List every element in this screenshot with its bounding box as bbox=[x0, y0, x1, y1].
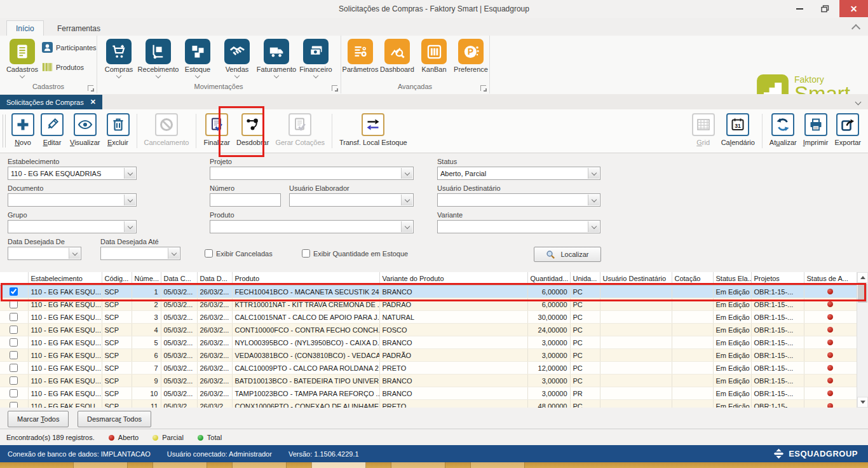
column-header-projetos[interactable]: Projetos bbox=[751, 272, 804, 286]
column-header-data-criacao[interactable]: Data C... bbox=[161, 272, 197, 286]
localizar-button[interactable]: Localizar bbox=[534, 247, 601, 262]
table-row[interactable]: 110 - EG FAK ESQU... SCP 3 05/03/2... 26… bbox=[0, 311, 857, 324]
imprimir-button[interactable]: Imprimir bbox=[803, 113, 829, 148]
projeto-label: Projeto bbox=[210, 158, 232, 165]
gerar-cotacoes-button[interactable]: Gerar Cotações bbox=[275, 113, 325, 146]
minimize-button[interactable] bbox=[788, 0, 811, 17]
novo-button[interactable]: Novo bbox=[11, 113, 34, 146]
row-checkbox[interactable] bbox=[10, 389, 18, 397]
column-header-quantidade[interactable]: Quantidad... bbox=[527, 272, 570, 286]
column-header-unidade[interactable]: Unida... bbox=[570, 272, 600, 286]
variante-combo[interactable] bbox=[437, 220, 600, 233]
ribbon-button-compras[interactable]: Compras bbox=[99, 37, 139, 78]
row-checkbox[interactable] bbox=[10, 338, 18, 347]
cancelamento-button[interactable]: Cancelamento bbox=[144, 113, 189, 146]
column-header-cotacao[interactable]: Cotação bbox=[672, 272, 713, 286]
tab-ferramentas[interactable]: Ferramentas bbox=[48, 21, 109, 36]
cell-unidade: PC bbox=[570, 336, 600, 349]
documento-combo[interactable] bbox=[8, 193, 137, 207]
table-row[interactable]: 110 - EG FAK ESQU... SCP 7 05/03/2... 26… bbox=[0, 362, 857, 375]
close-tab-icon[interactable]: ✕ bbox=[90, 98, 96, 106]
data-desejada-ate-combo[interactable] bbox=[100, 247, 180, 260]
ribbon-button-preference[interactable]: P Preference bbox=[452, 37, 489, 73]
tab-list-dropdown-icon[interactable] bbox=[855, 99, 862, 106]
exibir-quantidade-estoque-checkbox[interactable]: Exibir Quantidade em Estoque bbox=[302, 249, 408, 258]
column-header-estabelecimento[interactable]: Estabelecimento bbox=[28, 272, 102, 286]
document-tab-solicitacoes[interactable]: Solicitações de Compras ✕ bbox=[0, 95, 102, 109]
row-checkbox[interactable] bbox=[10, 287, 18, 296]
ribbon-button-faturamento[interactable]: Faturamento bbox=[257, 37, 296, 78]
transf-local-estoque-button[interactable]: Transf. Local Estoque bbox=[339, 113, 407, 146]
dialog-launcher-icon[interactable] bbox=[332, 85, 337, 91]
table-row[interactable]: 110 - EG FAK ESQU... SCP 1 05/03/2... 26… bbox=[0, 286, 857, 298]
ribbon-button-cadastros[interactable]: Cadastros bbox=[4, 37, 41, 78]
grupo-combo[interactable] bbox=[8, 220, 137, 233]
column-header-codigo[interactable]: Códig... bbox=[102, 272, 132, 286]
calendario-button[interactable]: 31 Calendário bbox=[721, 113, 755, 148]
finalizar-button[interactable]: Finalizar bbox=[203, 113, 230, 146]
table-row[interactable]: 110 - EG FAK ESQU... SCP 5 05/03/2... 26… bbox=[0, 336, 857, 349]
table-row[interactable]: 110 - EG FAK ESQU... SCP 10 05/03/2... 2… bbox=[0, 387, 857, 400]
table-row[interactable]: 110 - EG FAK ESQU... SCP 4 05/03/2... 26… bbox=[0, 324, 857, 336]
cell-unidade: PR bbox=[570, 387, 600, 400]
ribbon-button-financeiro[interactable]: Financeiro bbox=[296, 37, 336, 78]
collapse-ribbon-icon[interactable] bbox=[851, 24, 860, 33]
table-row[interactable]: 110 - EG FAK ESQU... SCP 2 05/03/2... 26… bbox=[0, 298, 857, 311]
produto-combo[interactable] bbox=[210, 220, 414, 233]
column-header-status-elaboracao[interactable]: Status Ela... bbox=[713, 272, 751, 286]
tab-inicio[interactable]: Início bbox=[6, 20, 44, 36]
dialog-launcher-icon[interactable] bbox=[88, 85, 93, 91]
row-checkbox[interactable] bbox=[10, 376, 18, 385]
dialog-launcher-icon[interactable] bbox=[480, 85, 486, 91]
row-checkbox[interactable] bbox=[10, 364, 18, 372]
column-header-data-desejada[interactable]: Data D... bbox=[197, 272, 232, 286]
ribbon-button-participantes[interactable]: Participantes bbox=[42, 42, 97, 53]
usuario-destinatario-combo[interactable] bbox=[437, 193, 600, 207]
cell-codigo: SCP bbox=[102, 286, 132, 298]
estabelecimento-combo[interactable]: 110 - EG FAK ESQUADRIAS bbox=[8, 167, 137, 180]
table-row[interactable]: 110 - EG FAK ESQU... SCP 6 05/03/2... 26… bbox=[0, 349, 857, 362]
row-checkbox[interactable] bbox=[10, 300, 18, 308]
ribbon-button-produtos[interactable]: Produtos bbox=[42, 62, 97, 72]
usuario-elaborador-combo[interactable] bbox=[289, 193, 414, 207]
cell-data-criacao: 05/03/2... bbox=[161, 286, 197, 298]
status-label: Status bbox=[437, 158, 457, 165]
ribbon-button-dashboard[interactable]: Dashboard bbox=[379, 37, 416, 73]
ribbon-button-kanban[interactable]: KanBan bbox=[416, 37, 452, 73]
scroll-down-button[interactable] bbox=[857, 397, 868, 408]
data-desejada-de-combo[interactable] bbox=[8, 247, 81, 260]
ribbon-button-parametros[interactable]: Parâmetros bbox=[342, 37, 379, 73]
ribbon-button-recebimento[interactable]: Recebimento bbox=[139, 37, 178, 78]
projeto-combo[interactable] bbox=[210, 167, 414, 180]
ribbon-button-estoque[interactable]: Estoque bbox=[178, 37, 217, 78]
numero-input[interactable] bbox=[210, 193, 281, 207]
desdobrar-button[interactable]: Desdobrar bbox=[236, 113, 269, 146]
row-checkbox[interactable] bbox=[10, 326, 18, 334]
exportar-button[interactable]: Exportar bbox=[834, 113, 861, 148]
column-header-numero[interactable]: Núme... bbox=[132, 272, 161, 286]
scroll-up-button[interactable] bbox=[857, 272, 868, 283]
row-select-cell bbox=[0, 349, 28, 362]
close-button[interactable]: ✕ bbox=[839, 0, 868, 17]
grid-button[interactable]: Grid bbox=[692, 113, 715, 148]
table-row[interactable]: 110 - EG FAK ESQU... SCP 9 05/03/2... 26… bbox=[0, 375, 857, 387]
desmarcar-todos-button[interactable]: Desmarcar Todos bbox=[78, 411, 151, 427]
status-combo[interactable]: Aberto, Parcial bbox=[437, 167, 600, 180]
visualizar-button[interactable]: Visualizar bbox=[70, 113, 100, 146]
column-header-variante[interactable]: Variante do Produto bbox=[379, 272, 527, 286]
column-header-produto[interactable]: Produto bbox=[232, 272, 379, 286]
row-checkbox[interactable] bbox=[10, 351, 18, 359]
column-header-select[interactable] bbox=[0, 272, 28, 286]
restore-button[interactable] bbox=[813, 0, 836, 17]
row-checkbox[interactable] bbox=[10, 313, 18, 321]
marcar-todos-button[interactable]: Marcar Todos bbox=[8, 411, 69, 427]
ribbon-button-vendas[interactable]: Vendas bbox=[217, 37, 257, 78]
atualizar-button[interactable]: Atualizar bbox=[770, 113, 797, 148]
scrollbar-thumb[interactable] bbox=[858, 284, 867, 303]
exibir-canceladas-checkbox[interactable]: Exibir Canceladas bbox=[205, 249, 273, 258]
vertical-scrollbar[interactable] bbox=[857, 272, 868, 408]
excluir-button[interactable]: Excluir bbox=[107, 113, 130, 146]
column-header-usuario-destinatario[interactable]: Usuário Destinatário bbox=[600, 272, 672, 286]
editar-button[interactable]: Editar bbox=[41, 113, 64, 146]
column-header-status-atendimento[interactable]: Status de A... bbox=[804, 272, 857, 286]
